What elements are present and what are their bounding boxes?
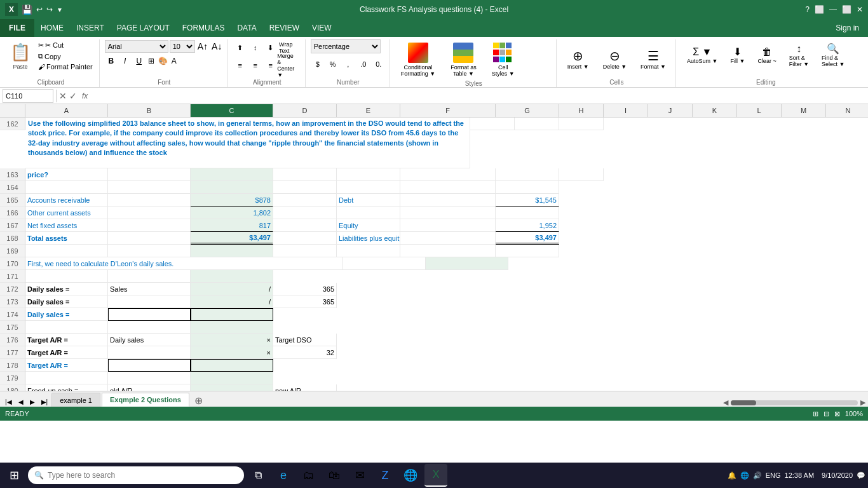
cell-d163[interactable] [273, 168, 337, 181]
cell-c179[interactable] [191, 372, 273, 384]
close-btn[interactable]: ✕ [857, 5, 863, 14]
cell-c178[interactable] [191, 359, 273, 372]
row-num-165[interactable]: 165 [0, 194, 25, 207]
row-num-179[interactable]: 179 [0, 372, 25, 384]
cell-c180[interactable]: – [191, 384, 273, 391]
network-icon[interactable]: 🌐 [740, 471, 749, 480]
help-btn[interactable]: ? [805, 5, 810, 14]
sound-icon[interactable]: 🔊 [753, 471, 762, 480]
cell-g166[interactable] [496, 207, 559, 219]
taskbar-edge[interactable]: e [272, 464, 295, 487]
format-painter-button[interactable]: 🖌 Format Painter [36, 62, 95, 71]
cell-a180[interactable]: Freed-up cash = [25, 384, 108, 391]
view-menu[interactable]: VIEW [306, 19, 338, 37]
row-num-166[interactable]: 166 [0, 207, 25, 219]
tab-nav-last[interactable]: ▶| [39, 397, 51, 407]
formula-confirm-btn[interactable]: ✓ [69, 91, 77, 101]
cell-h162[interactable] [470, 118, 515, 130]
file-menu[interactable]: FILE [0, 19, 34, 37]
quick-access-redo[interactable]: ↪ [46, 5, 53, 14]
col-header-m[interactable]: M [782, 104, 826, 117]
clear-btn[interactable]: 🗑 Clear ~ [752, 43, 782, 67]
percent-btn[interactable]: % [326, 57, 340, 71]
cell-a176[interactable]: Target A/R = [25, 334, 108, 346]
align-top-btn[interactable]: ⬆ [233, 41, 247, 55]
row-num-171[interactable]: 171 [0, 270, 25, 283]
find-select-btn[interactable]: 🔍 Find &Select ▼ [816, 39, 850, 71]
scroll-left-btn[interactable]: ◀ [723, 398, 728, 407]
cell-reference-box[interactable]: C110 [3, 89, 53, 103]
cell-c164[interactable] [191, 181, 273, 194]
cell-e169[interactable] [337, 245, 400, 257]
cell-b171[interactable] [108, 270, 191, 283]
cell-b176[interactable]: Daily sales [108, 334, 191, 346]
col-header-k[interactable]: K [693, 104, 737, 117]
cell-a173[interactable]: Daily sales = [25, 295, 108, 308]
formula-cancel-btn[interactable]: ✕ [59, 91, 67, 101]
cell-a168[interactable]: Total assets [25, 232, 108, 245]
cell-d177[interactable]: 32 [273, 346, 337, 359]
cell-e167[interactable]: Equity [337, 219, 400, 232]
col-header-l[interactable]: L [737, 104, 782, 117]
row-num-162[interactable]: 162 [0, 118, 25, 130]
font-decrease-btn[interactable]: A↓ [210, 41, 223, 51]
cell-f165[interactable] [400, 194, 496, 207]
cell-a179[interactable] [25, 372, 108, 384]
row-num-170[interactable]: 170 [0, 257, 25, 270]
row-num-169[interactable]: 169 [0, 245, 25, 257]
row-num-173[interactable]: 173 [0, 295, 25, 308]
notification-center-btn[interactable]: 💬 [857, 471, 865, 480]
increase-decimal-btn[interactable]: .0 [356, 57, 370, 71]
col-header-a[interactable]: A [25, 104, 108, 117]
align-middle-btn[interactable]: ↕ [248, 41, 262, 55]
underline-button[interactable]: U [133, 55, 146, 67]
taskbar-search-input[interactable] [48, 471, 238, 480]
maximize-btn[interactable]: ⬜ [842, 5, 851, 14]
quick-access-undo[interactable]: ↩ [36, 5, 43, 14]
col-header-e[interactable]: E [337, 104, 400, 117]
row-num-172[interactable]: 172 [0, 283, 25, 295]
row-num-168[interactable]: 168 [0, 232, 25, 245]
insert-menu[interactable]: INSERT [70, 19, 111, 37]
home-menu[interactable]: HOME [34, 19, 70, 37]
cell-a164[interactable] [25, 181, 108, 194]
conditional-formatting-btn[interactable]: ConditionalFormatting ▼ [395, 39, 441, 80]
cell-a166[interactable]: Other current assets [25, 207, 108, 219]
cell-a163[interactable]: price? [25, 168, 108, 181]
cell-c177[interactable]: × [191, 346, 273, 359]
notifications-icon[interactable]: 🔔 [728, 471, 736, 480]
fill-btn[interactable]: ⬇ Fill ▼ [724, 43, 750, 67]
font-color-button[interactable]: A [170, 57, 178, 65]
bold-button[interactable]: B [105, 55, 118, 67]
minimize-btn[interactable]: — [829, 5, 837, 14]
align-center-btn[interactable]: ≡ [248, 58, 262, 72]
row-num-174[interactable]: 174 [0, 308, 25, 321]
cell-d172[interactable]: 365 [273, 283, 337, 295]
cell-a165[interactable]: Accounts receivable [25, 194, 108, 207]
currency-btn[interactable]: $ [311, 57, 325, 71]
col-header-f[interactable]: F [400, 104, 496, 117]
cell-b178[interactable] [108, 359, 191, 372]
page-layout-menu[interactable]: PAGE LAYOUT [111, 19, 176, 37]
cell-c175[interactable] [191, 321, 273, 334]
cell-b174[interactable] [108, 308, 191, 321]
cell-j162[interactable] [559, 118, 604, 130]
cell-f169[interactable] [400, 245, 496, 257]
cell-e165[interactable]: Debt [337, 194, 400, 207]
cell-b170[interactable] [343, 257, 426, 270]
cell-c165[interactable]: $878 [191, 194, 273, 207]
cell-f164[interactable] [400, 181, 496, 194]
delete-btn[interactable]: ⊖ Delete ▼ [597, 45, 632, 73]
tab-nav-next[interactable]: ▶ [27, 397, 37, 407]
start-button[interactable]: ⊞ [3, 464, 25, 487]
col-header-d[interactable]: D [273, 104, 337, 117]
cell-e163[interactable] [337, 168, 400, 181]
font-increase-btn[interactable]: A↑ [196, 41, 209, 51]
insert-btn[interactable]: ⊕ Insert ▼ [562, 45, 595, 73]
cell-a162[interactable]: Use the following simplified 2013 balanc… [25, 118, 470, 168]
row-num-164[interactable]: 164 [0, 181, 25, 194]
col-header-c[interactable]: C [191, 104, 273, 117]
row-num-175[interactable]: 175 [0, 321, 25, 334]
paste-button[interactable]: 📋 Paste [6, 39, 34, 72]
row-num-176[interactable]: 176 [0, 334, 25, 346]
